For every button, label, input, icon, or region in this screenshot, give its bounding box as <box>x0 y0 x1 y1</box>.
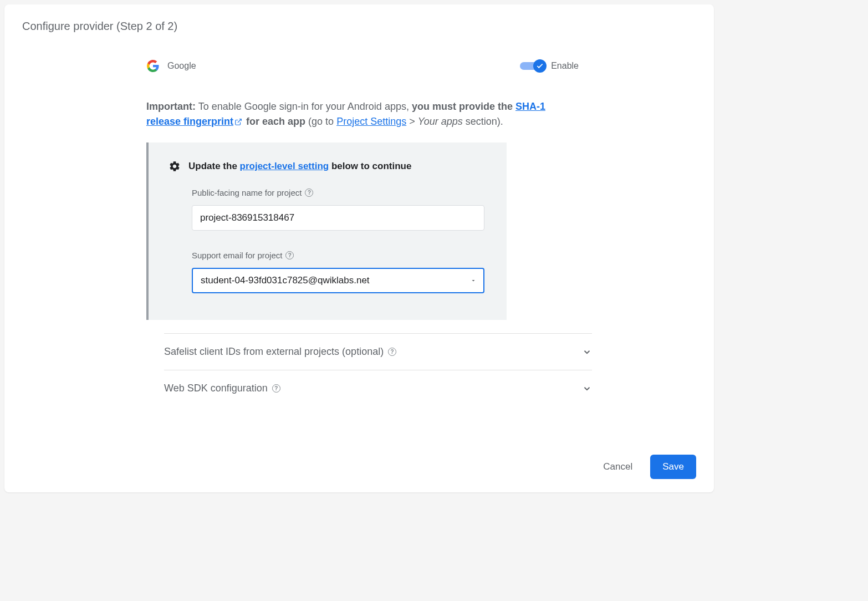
provider-name: Google <box>167 61 196 71</box>
important-notice: Important: To enable Google sign-in for … <box>146 99 579 129</box>
enable-toggle[interactable] <box>520 59 547 73</box>
enable-toggle-group: Enable <box>520 59 579 73</box>
content-area: Google Enable Important: To enable Googl… <box>146 59 579 406</box>
support-email-select-wrapper <box>192 268 484 293</box>
project-name-field-group: Public-facing name for project ? <box>192 188 484 231</box>
project-level-setting-link[interactable]: project-level setting <box>240 161 329 171</box>
chevron-down-icon <box>582 384 592 394</box>
support-email-field-group: Support email for project ? <box>192 251 484 293</box>
support-email-label: Support email for project <box>192 251 282 260</box>
provider-info: Google <box>146 59 196 73</box>
dialog-title: Configure provider (Step 2 of 2) <box>22 20 696 33</box>
settings-header-text: Update the project-level setting below t… <box>188 161 411 172</box>
cancel-button[interactable]: Cancel <box>596 456 639 478</box>
help-icon[interactable]: ? <box>272 384 280 393</box>
save-button[interactable]: Save <box>650 455 696 479</box>
important-prefix: Important: <box>146 101 196 112</box>
help-icon[interactable]: ? <box>388 348 396 356</box>
project-name-input[interactable] <box>192 205 484 231</box>
support-email-select[interactable] <box>192 268 484 293</box>
support-email-label-row: Support email for project ? <box>192 251 484 260</box>
websdk-collapsible[interactable]: Web SDK configuration ? <box>164 370 592 406</box>
help-icon[interactable]: ? <box>305 189 313 197</box>
project-name-label: Public-facing name for project <box>192 188 302 197</box>
configure-provider-dialog: Configure provider (Step 2 of 2) Google <box>4 4 714 492</box>
safelist-collapsible[interactable]: Safelist client IDs from external projec… <box>164 333 592 370</box>
toggle-label: Enable <box>551 61 579 71</box>
safelist-title: Safelist client IDs from external projec… <box>164 346 384 358</box>
websdk-title: Web SDK configuration <box>164 383 268 394</box>
google-logo-icon <box>146 59 160 73</box>
settings-header: Update the project-level setting below t… <box>169 160 484 172</box>
help-icon[interactable]: ? <box>285 251 294 259</box>
footer-actions: Cancel Save <box>596 455 696 479</box>
provider-row: Google Enable <box>146 59 579 73</box>
project-settings-box: Update the project-level setting below t… <box>146 142 507 320</box>
project-settings-link[interactable]: Project Settings <box>336 116 406 127</box>
svg-line-0 <box>238 119 241 123</box>
gear-icon <box>169 160 181 172</box>
project-name-label-row: Public-facing name for project ? <box>192 188 484 197</box>
external-link-icon <box>234 118 242 126</box>
checkmark-icon <box>536 62 544 70</box>
chevron-down-icon <box>582 347 592 357</box>
